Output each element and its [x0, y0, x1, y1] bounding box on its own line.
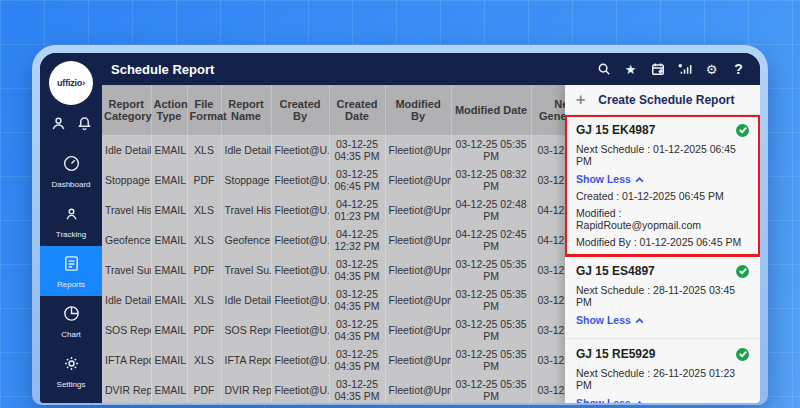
- table-cell: 03-12-25 04:35 PM: [329, 255, 385, 285]
- table-cell: Fleetiot@U...: [271, 285, 329, 315]
- table-cell: 03-12-25 05:35 PM: [451, 375, 531, 403]
- success-check-icon: [736, 124, 749, 137]
- help-icon[interactable]: ?: [731, 62, 746, 77]
- column-header[interactable]: Report Name: [221, 85, 271, 135]
- sidebar-item-settings[interactable]: Settings: [40, 346, 102, 396]
- create-schedule-report-button[interactable]: + Create Schedule Report: [565, 85, 760, 115]
- schedule-card[interactable]: GJ 15 RE5929 Next Schedule : 26-11-2025 …: [565, 339, 760, 403]
- table-cell: PDF: [187, 315, 221, 345]
- table-row[interactable]: GeofenceEMAILXLSGeofenceFleetiot@U...04-…: [102, 225, 601, 255]
- table-cell: EMAIL: [151, 195, 187, 225]
- table-cell: 04-12-25 02:48 PM: [451, 195, 531, 225]
- card-details: Created : 01-12-2025 06:45 PMModified : …: [576, 190, 749, 248]
- table-cell: 03-12-25 04:35 PM: [329, 315, 385, 345]
- column-header[interactable]: Created Date: [329, 85, 385, 135]
- table-cell: 03-12-25 06:45 PM: [329, 165, 385, 195]
- table-row[interactable]: Stoppage S...EMAILPDFStoppage ...Fleetio…: [102, 165, 601, 195]
- table-cell: Fleetiot@Upmai...: [385, 315, 451, 345]
- show-less-label: Show Less: [576, 314, 631, 326]
- sidebar: uffizio› Dashboard: [40, 53, 102, 403]
- column-header[interactable]: Modified By: [385, 85, 451, 135]
- app-window: uffizio› Dashboard: [32, 45, 768, 405]
- table-row[interactable]: SOS ReportEMAILPDFSOS Repo...Fleetiot@U.…: [102, 315, 601, 345]
- signal-icon[interactable]: [677, 62, 692, 77]
- table-cell: 03-12-25 04:35 PM: [329, 345, 385, 375]
- table-cell: 03-12-25 05:35 PM: [451, 315, 531, 345]
- table-cell: EMAIL: [151, 165, 187, 195]
- table-cell: Stoppage ...: [221, 165, 271, 195]
- schedule-calendar-icon[interactable]: [650, 62, 665, 77]
- chevron-up-icon: [635, 173, 644, 185]
- table-cell: 04-12-25 12:32 PM: [329, 225, 385, 255]
- next-schedule-text: Next Schedule : 28-11-2025 03:45 PM: [576, 284, 749, 308]
- table-cell: DVIR Report: [221, 375, 271, 403]
- table-body: Idle DetailEMAILXLSIdle DetailFleetiot@U…: [102, 135, 601, 403]
- user-icon[interactable]: [51, 116, 66, 135]
- table-cell: Idle Detail: [102, 285, 151, 315]
- sidebar-item-label: Tracking: [56, 230, 86, 239]
- schedule-card[interactable]: GJ 15 EK4987 Next Schedule : 01-12-2025 …: [565, 115, 760, 256]
- table-cell: Fleetiot@Upmai...: [385, 225, 451, 255]
- table-cell: Stoppage S...: [102, 165, 151, 195]
- table-row[interactable]: DVIR ReportEMAILPDFDVIR ReportFleetiot@U…: [102, 375, 601, 403]
- reports-icon: [62, 254, 81, 277]
- search-icon[interactable]: [596, 62, 611, 77]
- table-cell: IFTA Report: [102, 345, 151, 375]
- table-row[interactable]: Idle DetailEMAILXLSIdle DetailFleetiot@U…: [102, 285, 601, 315]
- sidebar-item-label: Settings: [57, 380, 86, 389]
- sidebar-item-label: Chart: [61, 330, 81, 339]
- table-cell: 03-12-25 08:32 PM: [451, 165, 531, 195]
- show-less-link[interactable]: Show Less: [576, 314, 749, 326]
- plus-icon: +: [576, 92, 585, 108]
- logo-text: uffizio›: [57, 78, 85, 88]
- table-cell: Fleetiot@U...: [271, 345, 329, 375]
- tracking-icon: [62, 204, 81, 227]
- table-cell: XLS: [187, 345, 221, 375]
- table-cell: Geofence: [221, 225, 271, 255]
- table-row[interactable]: Travel Sum...EMAILPDFTravel Su...Fleetio…: [102, 255, 601, 285]
- column-header[interactable]: Created By: [271, 85, 329, 135]
- table-cell: SOS Repo...: [221, 315, 271, 345]
- table-cell: EMAIL: [151, 345, 187, 375]
- show-less-link[interactable]: Show Less: [576, 173, 749, 185]
- column-header[interactable]: Action Type: [151, 85, 187, 135]
- sidebar-item-dashboard[interactable]: Dashboard: [40, 146, 102, 196]
- next-schedule-text: Next Schedule : 01-12-2025 06:45 PM: [576, 143, 749, 167]
- table-cell: 03-12-25 04:35 PM: [329, 135, 385, 165]
- success-check-icon: [736, 265, 749, 278]
- table-cell: PDF: [187, 165, 221, 195]
- show-less-label: Show Less: [576, 397, 631, 403]
- table-row[interactable]: Travel His...EMAILXLSTravel Hist...Fleet…: [102, 195, 601, 225]
- table-row[interactable]: IFTA ReportEMAILXLSIFTA ReportFleetiot@U…: [102, 345, 601, 375]
- table-cell: EMAIL: [151, 285, 187, 315]
- column-header[interactable]: Modified Date: [451, 85, 531, 135]
- schedule-card[interactable]: GJ 15 ES4897 Next Schedule : 28-11-2025 …: [565, 256, 760, 339]
- main-area: Schedule Report ★ ⚙ ?: [102, 53, 760, 403]
- table-cell: 03-12-25 05:35 PM: [451, 135, 531, 165]
- sidebar-item-reports[interactable]: Reports: [40, 246, 102, 296]
- sidebar-nav: Dashboard Tracking Reports: [40, 146, 102, 396]
- gear-icon[interactable]: ⚙: [704, 62, 719, 77]
- pie-chart-icon: [62, 304, 81, 327]
- card-title-row: GJ 15 ES4897: [576, 264, 749, 278]
- table-cell: Fleetiot@U...: [271, 255, 329, 285]
- table-row[interactable]: Idle DetailEMAILXLSIdle DetailFleetiot@U…: [102, 135, 601, 165]
- card-title-row: GJ 15 RE5929: [576, 347, 749, 361]
- table-cell: EMAIL: [151, 255, 187, 285]
- table-cell: Idle Detail: [221, 285, 271, 315]
- schedule-report-table: Report CategoryAction TypeFile FormatRep…: [102, 85, 601, 403]
- column-header[interactable]: File Format: [187, 85, 221, 135]
- star-icon[interactable]: ★: [623, 62, 638, 77]
- table-cell: Travel Sum...: [102, 255, 151, 285]
- table-cell: EMAIL: [151, 225, 187, 255]
- table-cell: Fleetiot@U...: [271, 225, 329, 255]
- sidebar-top-icons: [51, 116, 92, 135]
- bell-icon[interactable]: [77, 116, 92, 135]
- sidebar-item-tracking[interactable]: Tracking: [40, 196, 102, 246]
- vehicle-name: GJ 15 RE5929: [576, 347, 655, 361]
- table-cell: Fleetiot@U...: [271, 315, 329, 345]
- show-less-link[interactable]: Show Less: [576, 397, 749, 403]
- card-title-row: GJ 15 EK4987: [576, 123, 749, 137]
- column-header[interactable]: Report Category: [102, 85, 151, 135]
- sidebar-item-chart[interactable]: Chart: [40, 296, 102, 346]
